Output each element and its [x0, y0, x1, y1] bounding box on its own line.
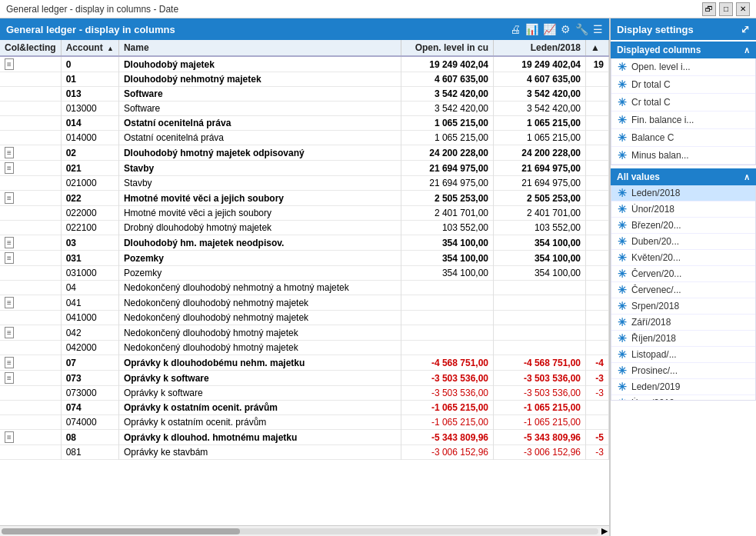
- col-header-collecting[interactable]: Col&lecting: [0, 40, 61, 56]
- table-row[interactable]: 041000Nedokončený dlouhodobý nehmotný ma…: [0, 311, 609, 325]
- row-leden: -5 343 809,96: [494, 430, 586, 445]
- all-values-item[interactable]: ✳Červen/20...: [611, 266, 755, 282]
- bar-chart-icon[interactable]: 📊: [525, 23, 538, 35]
- all-values-item[interactable]: ✳Duben/20...: [611, 234, 755, 250]
- settings2-icon[interactable]: ⚙: [561, 23, 571, 35]
- table-row[interactable]: ≡02Dlouhodobý hmotný majetek odpisovaný2…: [0, 145, 609, 161]
- gear-icon[interactable]: 🔧: [575, 23, 588, 35]
- all-values-item[interactable]: ✳Květen/20...: [611, 250, 755, 266]
- displayed-col-item[interactable]: ✳Balance C: [611, 129, 755, 147]
- table-row[interactable]: 073000Oprávky k software-3 503 536,00-3 …: [0, 386, 609, 401]
- all-values-label: Červen/20...: [631, 268, 681, 279]
- displayed-col-item[interactable]: ✳Dr total C: [611, 76, 755, 94]
- table-row[interactable]: 074Oprávky k ostatním ocenit. právům-1 0…: [0, 401, 609, 415]
- col-header-account[interactable]: Account ▲: [61, 40, 118, 56]
- row-extra: -3: [586, 445, 609, 460]
- table-row[interactable]: ≡073Oprávky k software-3 503 536,00-3 50…: [0, 371, 609, 386]
- col-header-leden[interactable]: Leden/2018: [494, 40, 586, 56]
- row-account: 041: [61, 295, 118, 311]
- all-values-label: Únor/2019: [631, 398, 674, 401]
- displayed-col-item[interactable]: ✳Open. level i...: [611, 58, 755, 76]
- displayed-col-item[interactable]: ✳Minus balan...: [611, 147, 755, 165]
- table-row[interactable]: 01Dlouhodobý nehmotný majetek4 607 635,0…: [0, 72, 609, 87]
- table-row[interactable]: ≡042Nedokončený dlouhodobý hmotný majete…: [0, 325, 609, 341]
- displayed-col-item[interactable]: ✳Cr total C: [611, 94, 755, 112]
- table-row[interactable]: 022000Hmotné movité věci a jejich soubor…: [0, 206, 609, 221]
- row-leden: -3 503 536,00: [494, 371, 586, 386]
- chart2-icon[interactable]: 📈: [543, 23, 556, 35]
- all-values-label: Duben/20...: [631, 236, 679, 247]
- table-row[interactable]: 013Software3 542 420,003 542 420,00: [0, 87, 609, 102]
- table-row[interactable]: ≡031Pozemky354 100,00354 100,00: [0, 251, 609, 266]
- vert-scroll-up[interactable]: ▲: [591, 42, 600, 53]
- col-header-open[interactable]: Open. level in cu: [401, 40, 494, 56]
- table-row[interactable]: ≡021Stavby21 694 975,0021 694 975,00: [0, 161, 609, 176]
- all-values-item[interactable]: ✳Srpen/2018: [611, 298, 755, 315]
- row-leden: 19 249 402,04: [494, 56, 586, 72]
- table-row[interactable]: ≡07Oprávky k dlouhodobému nehm. majetku-…: [0, 355, 609, 371]
- horizontal-scrollbar[interactable]: ▶: [0, 525, 609, 536]
- displayed-columns-header[interactable]: Displayed columns ∧: [611, 42, 756, 58]
- all-values-item[interactable]: ✳Červenec/...: [611, 282, 755, 298]
- table-row[interactable]: ≡041Nedokončený dlouhodobý nehmotný maje…: [0, 295, 609, 311]
- displayed-col-item[interactable]: ✳Fin. balance i...: [611, 112, 755, 129]
- table-row[interactable]: ≡03Dlouhodobý hm. majetek neodpisov.354 …: [0, 235, 609, 251]
- col-header-name[interactable]: Name: [118, 40, 401, 56]
- col-account-label: Account: [66, 42, 103, 53]
- all-values-item[interactable]: ✳Únor/2018: [611, 201, 755, 218]
- table-row[interactable]: 021000Stavby21 694 975,0021 694 975,00: [0, 176, 609, 191]
- table-row[interactable]: 014000Ostatní ocenitelná práva1 065 215,…: [0, 131, 609, 145]
- asterisk-icon: ✳: [618, 132, 627, 144]
- all-values-item[interactable]: ✳Listopad/...: [611, 347, 755, 363]
- table-row[interactable]: ≡08Oprávky k dlouhod. hmotnému majetku-5…: [0, 430, 609, 445]
- row-name: Nedokončený dlouhodobý hmotný majetek: [118, 325, 401, 341]
- filter-icon: ≡: [5, 237, 14, 248]
- table-row[interactable]: 04Nedokončený dlouhodobý nehmotný a hmot…: [0, 281, 609, 295]
- scroll-right-btn[interactable]: ▶: [601, 526, 608, 536]
- table-row[interactable]: 013000Software3 542 420,003 542 420,00: [0, 102, 609, 116]
- scroll-thumb[interactable]: [2, 528, 240, 534]
- row-icon-cell: ≡: [0, 371, 61, 386]
- displayed-columns-content: ✳Open. level i...✳Dr total C✳Cr total C✳…: [611, 58, 756, 165]
- row-open-level: 21 694 975,00: [401, 176, 494, 191]
- all-values-content: ✳Leden/2018✳Únor/2018✳Březen/20...✳Duben…: [611, 185, 756, 401]
- table-row[interactable]: ≡0Dlouhodobý majetek19 249 402,0419 249 …: [0, 56, 609, 72]
- row-extra: [586, 72, 609, 87]
- table-row[interactable]: 042000Nedokončený dlouhodobý hmotný maje…: [0, 341, 609, 355]
- all-values-item[interactable]: ✳Leden/2018: [611, 185, 755, 201]
- all-values-item[interactable]: ✳Září/2018: [611, 315, 755, 331]
- row-extra: [586, 161, 609, 176]
- all-values-item[interactable]: ✳Leden/2019: [611, 379, 755, 395]
- maximize-button[interactable]: □: [719, 2, 733, 16]
- table-row[interactable]: 031000Pozemky354 100,00354 100,00: [0, 266, 609, 281]
- menu-icon[interactable]: ☰: [593, 23, 603, 35]
- table-row[interactable]: 081Oprávky ke stavbám-3 006 152,96-3 006…: [0, 445, 609, 460]
- row-name: Dlouhodobý hmotný majetek odpisovaný: [118, 145, 401, 161]
- all-values-item[interactable]: ✳Říjen/2018: [611, 331, 755, 347]
- table-row[interactable]: ≡022Hmotné movité věci a jejich soubory2…: [0, 191, 609, 206]
- row-icon-cell: [0, 386, 61, 401]
- close-button[interactable]: ✕: [736, 2, 750, 16]
- restore-button[interactable]: 🗗: [702, 2, 716, 16]
- asterisk-icon: ✳: [618, 316, 627, 328]
- all-values-header[interactable]: All values ∧: [611, 168, 756, 185]
- col-name-label: Name: [124, 42, 149, 53]
- all-values-item[interactable]: ✳Březen/20...: [611, 218, 755, 234]
- all-values-item[interactable]: ✳Prosinec/...: [611, 363, 755, 379]
- table-row[interactable]: 014Ostatní ocenitelná práva1 065 215,001…: [0, 116, 609, 131]
- row-leden: -1 065 215,00: [494, 415, 586, 430]
- row-account: 081: [61, 445, 118, 460]
- table-row[interactable]: 074000Oprávky k ostatním ocenit. právům-…: [0, 415, 609, 430]
- row-name: Oprávky k ostatním ocenit. právům: [118, 415, 401, 430]
- all-values-item[interactable]: ✳Únor/2019: [611, 395, 755, 401]
- expand-icon[interactable]: ⤢: [741, 23, 750, 35]
- print-icon[interactable]: 🖨: [510, 23, 521, 35]
- row-name: Software: [118, 102, 401, 116]
- scroll-track[interactable]: [2, 528, 598, 534]
- table-scroll-container[interactable]: Col&lecting Account ▲ Name Open. level i…: [0, 40, 609, 525]
- row-extra: [586, 295, 609, 311]
- table-row[interactable]: 022100Drobný dlouhodobý hmotný majetek10…: [0, 221, 609, 235]
- row-icon-cell: [0, 281, 61, 295]
- all-values-label: Říjen/2018: [631, 333, 676, 344]
- row-icon-cell: ≡: [0, 235, 61, 251]
